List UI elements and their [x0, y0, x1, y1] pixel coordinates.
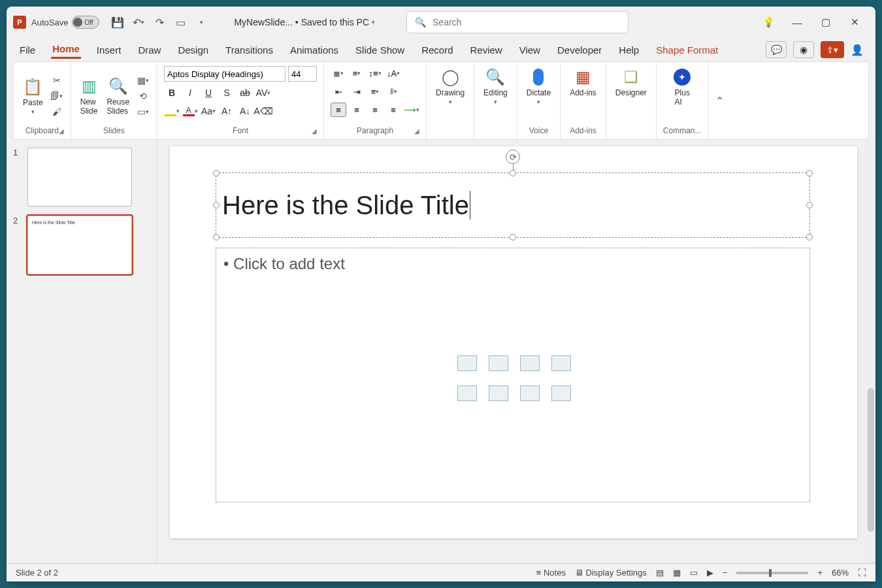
minimize-button[interactable]: —	[789, 17, 805, 28]
display-settings-button[interactable]: 🖥 Display Settings	[575, 568, 647, 578]
qat-customize-icon[interactable]: ▾	[193, 14, 209, 30]
sorter-view-icon[interactable]: ▦	[673, 568, 681, 578]
decrease-indent-button[interactable]: ⇤	[331, 84, 346, 99]
tab-transitions[interactable]: Transitions	[224, 42, 274, 58]
slide-thumbnail-panel[interactable]: 1 2 Here is the Slide Title	[7, 140, 157, 563]
drawing-button[interactable]: ◯ Drawing▾	[433, 66, 467, 106]
zoom-out-button[interactable]: −	[723, 568, 728, 578]
clear-format-button[interactable]: A⌫	[255, 104, 271, 118]
dictate-button[interactable]: Dictate▾	[524, 66, 553, 106]
thumbnail-1[interactable]: 1	[13, 148, 150, 206]
zoom-slider[interactable]	[736, 572, 808, 574]
tab-help[interactable]: Help	[617, 42, 640, 58]
tab-developer[interactable]: Developer	[556, 42, 603, 58]
share-button[interactable]: ⇪▾	[821, 41, 844, 58]
editing-button[interactable]: 🔍 Editing▾	[481, 66, 510, 106]
paste-button[interactable]: 📋 Paste ▾	[20, 76, 46, 116]
plusai-button[interactable]: ✦ Plus AI	[671, 66, 693, 108]
resize-handle[interactable]	[213, 170, 220, 176]
layout-icon[interactable]: ▦▾	[136, 74, 150, 87]
increase-indent-button[interactable]: ⇥	[349, 84, 365, 99]
text-direction-button[interactable]: ↓A▾	[385, 66, 401, 80]
tab-view[interactable]: View	[518, 42, 542, 58]
bold-button[interactable]: B	[164, 86, 180, 100]
columns-button[interactable]: ⫴▾	[385, 84, 401, 99]
close-button[interactable]: ✕	[847, 16, 862, 28]
thumb-preview[interactable]	[27, 148, 132, 206]
tab-design[interactable]: Design	[176, 42, 210, 58]
designer-button[interactable]: ❑ Designer	[613, 66, 649, 99]
copy-icon[interactable]: 🗐▾	[50, 90, 64, 103]
launcher-icon[interactable]: ◢	[312, 127, 317, 135]
camera-button[interactable]: ◉	[793, 41, 814, 58]
shrink-font-button[interactable]: A↓	[237, 104, 253, 118]
undo-icon[interactable]: ↶▾	[131, 14, 146, 30]
tab-animations[interactable]: Animations	[289, 42, 340, 58]
new-slide-button[interactable]: ▥ New Slide	[78, 75, 101, 117]
slide-indicator[interactable]: Slide 2 of 2	[16, 568, 58, 578]
italic-button[interactable]: I	[182, 86, 198, 100]
tab-review[interactable]: Review	[469, 42, 504, 58]
reuse-slides-button[interactable]: 🔍 Reuse Slides	[104, 75, 132, 117]
resize-handle[interactable]	[510, 170, 516, 176]
line-spacing-button[interactable]: ↕≡▾	[367, 66, 383, 80]
tab-insert[interactable]: Insert	[95, 42, 123, 58]
tab-file[interactable]: File	[18, 42, 37, 58]
align-center-button[interactable]: ≡	[349, 103, 365, 117]
slide-title-text[interactable]: Here is the Slide Title	[222, 191, 470, 220]
insert-smartart-icon[interactable]	[551, 355, 571, 371]
resize-handle[interactable]	[806, 170, 813, 176]
search-input[interactable]: 🔍 Search	[406, 11, 629, 33]
document-title[interactable]: MyNewSlide... • Saved to this PC ▾	[234, 17, 375, 27]
insert-cameo-icon[interactable]	[457, 385, 477, 401]
change-case-button[interactable]: Aa▾	[201, 104, 216, 118]
resize-handle[interactable]	[510, 234, 516, 240]
tab-draw[interactable]: Draw	[137, 42, 162, 58]
slideshow-view-icon[interactable]: ▶	[707, 568, 713, 578]
account-icon[interactable]: 👤	[851, 44, 864, 56]
numbering-button[interactable]: ≡▾	[349, 66, 365, 80]
align-left-button[interactable]: ≡	[331, 103, 346, 117]
launcher-icon[interactable]: ◢	[59, 127, 64, 135]
present-icon[interactable]: ▭	[172, 14, 188, 30]
reset-icon[interactable]: ⟲	[136, 90, 150, 103]
slide-canvas-area[interactable]: ⟳ Here is the Slide Title Click to add t…	[157, 140, 875, 563]
collapse-ribbon-icon[interactable]: ⌃	[715, 95, 724, 107]
underline-button[interactable]: U	[201, 86, 216, 100]
cut-icon[interactable]: ✂	[50, 74, 64, 87]
reading-view-icon[interactable]: ▭	[690, 568, 698, 578]
comments-button[interactable]: 💬	[766, 41, 787, 58]
shadow-button[interactable]: S	[219, 86, 235, 100]
rotate-handle-icon[interactable]: ⟳	[506, 150, 520, 164]
fit-window-icon[interactable]: ⛶	[858, 568, 866, 578]
character-spacing-button[interactable]: AV▾	[255, 86, 271, 100]
autosave-toggle[interactable]: AutoSave Off	[31, 16, 99, 29]
insert-video-icon[interactable]	[489, 385, 508, 401]
redo-icon[interactable]: ↷	[152, 14, 167, 30]
vertical-scrollbar[interactable]	[865, 140, 875, 563]
maximize-button[interactable]: ▢	[818, 16, 834, 28]
justify-button[interactable]: ≡	[385, 103, 401, 117]
strikethrough-button[interactable]: ab	[237, 86, 253, 100]
insert-chart-icon[interactable]	[551, 385, 571, 401]
highlight-color-button[interactable]: ▾	[164, 104, 180, 118]
format-painter-icon[interactable]: 🖌	[50, 105, 64, 118]
font-family-select[interactable]	[164, 66, 286, 82]
bullets-button[interactable]: ≣▾	[331, 66, 346, 80]
resize-handle[interactable]	[806, 234, 813, 240]
lightbulb-icon[interactable]: 💡	[760, 16, 776, 28]
tab-slideshow[interactable]: Slide Show	[354, 42, 406, 58]
notes-button[interactable]: ≡ Notes	[536, 568, 566, 578]
align-right-button[interactable]: ≡	[367, 103, 383, 117]
insert-icon-icon[interactable]	[520, 355, 540, 371]
tab-record[interactable]: Record	[420, 42, 454, 58]
addins-button[interactable]: ▦ Add-ins	[567, 66, 599, 99]
tab-shape-format[interactable]: Shape Format	[655, 42, 719, 58]
grow-font-button[interactable]: A↑	[219, 104, 235, 118]
scrollbar-thumb[interactable]	[868, 388, 874, 532]
normal-view-icon[interactable]: ▤	[656, 568, 664, 578]
font-color-button[interactable]: A▾	[182, 104, 198, 118]
font-size-select[interactable]	[288, 66, 317, 82]
insert-table-icon[interactable]	[520, 385, 540, 401]
insert-picture-icon[interactable]	[489, 355, 508, 371]
